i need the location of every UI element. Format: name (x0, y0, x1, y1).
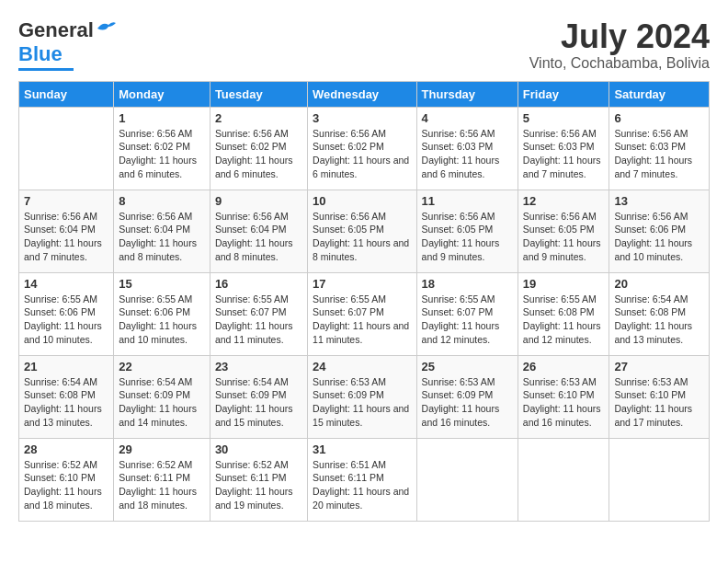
day-number: 22 (119, 360, 205, 373)
day-number: 16 (215, 277, 302, 291)
day-number: 23 (215, 360, 302, 373)
day-cell: 5Sunrise: 6:56 AMSunset: 6:03 PMDaylight… (518, 107, 609, 190)
weekday-header-monday: Monday (114, 81, 210, 107)
day-cell: 23Sunrise: 6:54 AMSunset: 6:09 PMDayligh… (210, 355, 307, 438)
day-cell: 17Sunrise: 6:55 AMSunset: 6:07 PMDayligh… (308, 272, 416, 355)
logo: General Blue (18, 18, 116, 71)
day-info: Sunrise: 6:52 AMSunset: 6:11 PMDaylight:… (119, 458, 205, 512)
day-cell: 1Sunrise: 6:56 AMSunset: 6:02 PMDaylight… (114, 107, 210, 190)
day-number: 19 (523, 277, 605, 291)
day-info: Sunrise: 6:53 AMSunset: 6:09 PMDaylight:… (422, 375, 513, 430)
day-number: 28 (24, 442, 108, 456)
day-cell: 10Sunrise: 6:56 AMSunset: 6:05 PMDayligh… (308, 190, 416, 272)
day-number: 31 (313, 442, 411, 456)
logo-general: General (18, 18, 94, 42)
day-cell: 16Sunrise: 6:55 AMSunset: 6:07 PMDayligh… (210, 272, 307, 355)
week-row-2: 7Sunrise: 6:56 AMSunset: 6:04 PMDaylight… (19, 190, 710, 272)
day-number: 8 (119, 194, 205, 208)
day-cell: 13Sunrise: 6:56 AMSunset: 6:06 PMDayligh… (609, 190, 710, 272)
day-info: Sunrise: 6:52 AMSunset: 6:10 PMDaylight:… (24, 458, 108, 512)
day-cell: 9Sunrise: 6:56 AMSunset: 6:04 PMDaylight… (210, 190, 307, 272)
day-number: 30 (215, 442, 302, 456)
day-number: 13 (614, 194, 704, 208)
day-number: 27 (614, 360, 704, 373)
day-info: Sunrise: 6:56 AMSunset: 6:02 PMDaylight:… (313, 127, 411, 181)
day-number: 3 (313, 111, 411, 125)
month-year-title: July 2024 (529, 18, 710, 55)
week-row-4: 21Sunrise: 6:54 AMSunset: 6:08 PMDayligh… (19, 355, 710, 438)
day-cell: 11Sunrise: 6:56 AMSunset: 6:05 PMDayligh… (416, 190, 518, 272)
week-row-3: 14Sunrise: 6:55 AMSunset: 6:06 PMDayligh… (19, 272, 710, 355)
day-cell (518, 438, 609, 521)
day-cell: 14Sunrise: 6:55 AMSunset: 6:06 PMDayligh… (19, 272, 114, 355)
day-info: Sunrise: 6:56 AMSunset: 6:04 PMDaylight:… (24, 210, 108, 264)
day-cell: 7Sunrise: 6:56 AMSunset: 6:04 PMDaylight… (19, 190, 114, 272)
day-info: Sunrise: 6:56 AMSunset: 6:06 PMDaylight:… (614, 210, 704, 264)
day-cell: 8Sunrise: 6:56 AMSunset: 6:04 PMDaylight… (114, 190, 210, 272)
day-info: Sunrise: 6:56 AMSunset: 6:03 PMDaylight:… (614, 127, 704, 181)
logo-underline (18, 68, 74, 71)
logo-blue: Blue (18, 42, 63, 65)
day-cell: 6Sunrise: 6:56 AMSunset: 6:03 PMDaylight… (609, 107, 710, 190)
day-number: 18 (422, 277, 513, 291)
day-number: 12 (523, 194, 605, 208)
weekday-header-tuesday: Tuesday (210, 81, 307, 107)
day-info: Sunrise: 6:56 AMSunset: 6:02 PMDaylight:… (215, 127, 302, 181)
day-number: 24 (313, 360, 411, 373)
day-cell: 19Sunrise: 6:55 AMSunset: 6:08 PMDayligh… (518, 272, 609, 355)
weekday-header-wednesday: Wednesday (308, 81, 416, 107)
day-number: 25 (422, 360, 513, 373)
day-cell (19, 107, 114, 190)
week-row-1: 1Sunrise: 6:56 AMSunset: 6:02 PMDaylight… (19, 107, 710, 190)
day-cell (416, 438, 518, 521)
day-cell: 30Sunrise: 6:52 AMSunset: 6:11 PMDayligh… (210, 438, 307, 521)
day-info: Sunrise: 6:56 AMSunset: 6:05 PMDaylight:… (422, 210, 513, 264)
day-cell: 22Sunrise: 6:54 AMSunset: 6:09 PMDayligh… (114, 355, 210, 438)
day-number: 9 (215, 194, 302, 208)
day-cell: 18Sunrise: 6:55 AMSunset: 6:07 PMDayligh… (416, 272, 518, 355)
day-info: Sunrise: 6:53 AMSunset: 6:10 PMDaylight:… (523, 375, 605, 430)
weekday-header-saturday: Saturday (609, 81, 710, 107)
day-number: 5 (523, 111, 605, 125)
weekday-header-row: SundayMondayTuesdayWednesdayThursdayFrid… (19, 81, 710, 107)
location-subtitle: Vinto, Cochabamba, Bolivia (529, 55, 710, 72)
day-cell: 25Sunrise: 6:53 AMSunset: 6:09 PMDayligh… (416, 355, 518, 438)
day-cell (609, 438, 710, 521)
day-number: 7 (24, 194, 108, 208)
day-info: Sunrise: 6:56 AMSunset: 6:02 PMDaylight:… (119, 127, 205, 181)
day-info: Sunrise: 6:53 AMSunset: 6:10 PMDaylight:… (614, 375, 704, 430)
day-cell: 31Sunrise: 6:51 AMSunset: 6:11 PMDayligh… (308, 438, 416, 521)
day-info: Sunrise: 6:55 AMSunset: 6:07 PMDaylight:… (422, 293, 513, 347)
day-cell: 27Sunrise: 6:53 AMSunset: 6:10 PMDayligh… (609, 355, 710, 438)
day-info: Sunrise: 6:56 AMSunset: 6:04 PMDaylight:… (215, 210, 302, 264)
day-number: 10 (313, 194, 411, 208)
title-section: July 2024 Vinto, Cochabamba, Bolivia (529, 18, 710, 72)
day-info: Sunrise: 6:55 AMSunset: 6:07 PMDaylight:… (313, 293, 411, 347)
day-info: Sunrise: 6:55 AMSunset: 6:06 PMDaylight:… (24, 293, 108, 347)
day-cell: 3Sunrise: 6:56 AMSunset: 6:02 PMDaylight… (308, 107, 416, 190)
day-number: 20 (614, 277, 704, 291)
day-cell: 2Sunrise: 6:56 AMSunset: 6:02 PMDaylight… (210, 107, 307, 190)
day-number: 26 (523, 360, 605, 373)
day-info: Sunrise: 6:54 AMSunset: 6:09 PMDaylight:… (119, 375, 205, 430)
weekday-header-friday: Friday (518, 81, 609, 107)
day-info: Sunrise: 6:54 AMSunset: 6:09 PMDaylight:… (215, 375, 302, 430)
day-number: 1 (119, 111, 205, 125)
day-cell: 15Sunrise: 6:55 AMSunset: 6:06 PMDayligh… (114, 272, 210, 355)
day-info: Sunrise: 6:56 AMSunset: 6:05 PMDaylight:… (523, 210, 605, 264)
day-cell: 29Sunrise: 6:52 AMSunset: 6:11 PMDayligh… (114, 438, 210, 521)
day-cell: 28Sunrise: 6:52 AMSunset: 6:10 PMDayligh… (19, 438, 114, 521)
day-cell: 20Sunrise: 6:54 AMSunset: 6:08 PMDayligh… (609, 272, 710, 355)
day-number: 14 (24, 277, 108, 291)
calendar-table: SundayMondayTuesdayWednesdayThursdayFrid… (18, 81, 710, 522)
day-info: Sunrise: 6:56 AMSunset: 6:03 PMDaylight:… (523, 127, 605, 181)
day-number: 15 (119, 277, 205, 291)
week-row-5: 28Sunrise: 6:52 AMSunset: 6:10 PMDayligh… (19, 438, 710, 521)
day-number: 21 (24, 360, 108, 373)
weekday-header-thursday: Thursday (416, 81, 518, 107)
day-info: Sunrise: 6:55 AMSunset: 6:07 PMDaylight:… (215, 293, 302, 347)
day-cell: 26Sunrise: 6:53 AMSunset: 6:10 PMDayligh… (518, 355, 609, 438)
logo-bird-icon (96, 19, 116, 38)
day-number: 29 (119, 442, 205, 456)
day-cell: 12Sunrise: 6:56 AMSunset: 6:05 PMDayligh… (518, 190, 609, 272)
